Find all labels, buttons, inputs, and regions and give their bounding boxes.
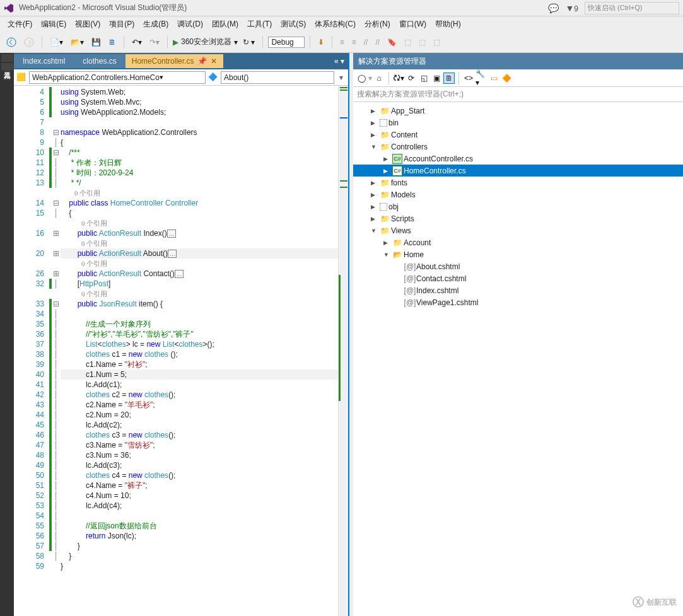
toolbox-tab[interactable]: 工具箱 (1, 63, 13, 71)
tree-item[interactable]: [@]Contact.cshtml (353, 272, 683, 284)
tree-item[interactable]: [@]ViewPage1.cshtml (353, 296, 683, 308)
close-tab-icon[interactable]: ✕ (211, 57, 217, 66)
panel-title: 解决方案资源管理器 (353, 53, 683, 69)
menu-item[interactable]: 编辑(E) (37, 18, 70, 31)
member-dropdown[interactable]: About() (221, 71, 334, 84)
pin-icon[interactable]: 📌 (197, 57, 207, 66)
menu-item[interactable]: 测试(S) (277, 18, 310, 31)
left-tool-rail: 服务器资源管理器 工具箱 (0, 53, 14, 616)
menu-item[interactable]: 生成(B) (139, 18, 172, 31)
show-all-icon[interactable]: ▣ (431, 73, 442, 84)
tree-item[interactable]: ▶obj (353, 200, 683, 212)
tree-item[interactable]: ▶📁Scripts (353, 212, 683, 224)
solution-search-input[interactable]: 搜索解决方案资源管理器(Ctrl+;) (353, 87, 683, 102)
vs-logo-icon (4, 3, 14, 13)
redo-icon[interactable]: ↷▾ (147, 37, 162, 48)
watermark: Ⓧ 创新互联 (633, 595, 677, 610)
tree-item[interactable]: ▼📁Controllers (353, 141, 683, 153)
title-bar: WebApplication2 - Microsoft Visual Studi… (0, 0, 683, 16)
method-icon: 🔷 (208, 73, 218, 83)
tree-item[interactable]: ▶C#HomeController.cs (353, 165, 683, 177)
menu-item[interactable]: 项目(P) (105, 18, 138, 31)
code-nav-bar: 🟨 WebApplication2.Controllers.HomeCo ▾ 🔷… (14, 69, 348, 86)
tree-item[interactable]: ▶📁Models (353, 189, 683, 200)
menu-item[interactable]: 视图(V) (71, 18, 104, 31)
tool-icon[interactable]: ⬚ (416, 37, 428, 48)
menu-item[interactable]: 调试(D) (173, 18, 207, 31)
class-view-icon[interactable]: 🔶 (501, 73, 512, 84)
preview-icon[interactable]: ▭ (488, 73, 499, 84)
sync-icon[interactable]: 🗘▾ (393, 73, 404, 84)
overview-scrollbar[interactable] (338, 86, 348, 616)
tab-overflow-icon[interactable]: « ▾ (330, 54, 348, 68)
editor-pane: Index.cshtml clothes.cs HomeController.c… (14, 53, 349, 616)
refresh-icon[interactable]: ⟳ (406, 73, 417, 84)
undo-icon[interactable]: ↶▾ (129, 37, 144, 48)
tab-label: HomeController.cs (132, 57, 194, 66)
scope-dropdown[interactable]: WebApplication2.Controllers.HomeCo ▾ (29, 71, 206, 84)
uncomment-icon[interactable]: // (373, 37, 382, 48)
menu-item[interactable]: 文件(F) (4, 18, 36, 31)
nav-back-icon[interactable] (4, 36, 19, 49)
tree-item[interactable]: ▼📂Home (353, 248, 683, 260)
menu-item[interactable]: 体系结构(C) (311, 18, 359, 31)
chat-icon[interactable]: 💬 (548, 3, 559, 13)
bookmark-icon[interactable]: 🔖 (385, 37, 399, 48)
nav-forward-icon[interactable] (21, 36, 37, 49)
solution-explorer-panel: 解决方案资源管理器 ◯ ▾ ⌂ 🗘▾ ⟳ ◱ ▣ 🗎 <> 🔧▾ ▭ 🔶 搜索解… (353, 53, 683, 616)
server-explorer-tab[interactable]: 服务器资源管理器 (1, 54, 13, 62)
document-tabstrip: Index.cshtml clothes.cs HomeController.c… (14, 53, 348, 69)
tree-item[interactable]: ▶bin (353, 117, 683, 129)
open-file-icon[interactable]: 📂▾ (68, 37, 86, 48)
menu-item[interactable]: 分析(N) (361, 18, 394, 31)
quick-launch-input[interactable]: 快速启动 (Ctrl+Q) (585, 2, 679, 15)
tab-index-cshtml[interactable]: Index.cshtml (14, 54, 74, 68)
menu-item[interactable]: 团队(M) (208, 18, 242, 31)
tree-item[interactable]: ▶📁Account (353, 236, 683, 248)
menu-bar: 文件(F)编辑(E)视图(V)项目(P)生成(B)调试(D)团队(M)工具(T)… (0, 16, 683, 32)
menu-item[interactable]: 工具(T) (243, 18, 276, 31)
solution-toolbar: ◯ ▾ ⌂ 🗘▾ ⟳ ◱ ▣ 🗎 <> 🔧▾ ▭ 🔶 (353, 69, 683, 87)
svg-point-1 (7, 38, 16, 47)
tree-item[interactable]: ▶C#AccountController.cs (353, 153, 683, 165)
save-all-icon[interactable]: 🗎 (106, 37, 119, 48)
class-icon: 🟨 (16, 73, 26, 83)
back-icon[interactable]: ◯ (356, 73, 367, 84)
menu-item[interactable]: 窗口(W) (395, 18, 430, 31)
window-title: WebApplication2 - Microsoft Visual Studi… (19, 3, 187, 13)
notifications-flag-icon[interactable]: ▼9 (565, 3, 578, 13)
svg-point-2 (25, 38, 33, 47)
properties-icon[interactable]: 🔧▾ (476, 73, 487, 84)
tab-clothes-cs[interactable]: clothes.cs (74, 54, 125, 68)
outdent-icon[interactable]: ≡ (349, 37, 359, 48)
split-icon[interactable]: ▾ (337, 73, 346, 82)
main-toolbar: 📄▾ 📂▾ 💾 🗎 ↶▾ ↷▾ ▶360安全浏览器 ▾ ↻ ▾ Debug ⬇ … (0, 32, 683, 53)
comment-icon[interactable]: // (361, 37, 371, 48)
save-icon[interactable]: 💾 (89, 37, 103, 48)
menu-item[interactable]: 帮助(H) (431, 18, 465, 31)
home-icon[interactable]: ⌂ (373, 73, 385, 84)
tool2-icon[interactable]: ⬚ (431, 37, 443, 48)
code-editor[interactable]: 4567891011121314151620263233343536373839… (14, 86, 348, 616)
tree-item[interactable]: [@]Index.cshtml (353, 284, 683, 296)
format-icon[interactable]: ⬚ (402, 37, 414, 48)
solution-tree[interactable]: ▶📁App_Start▶bin▶📁Content▼📁Controllers▶C#… (353, 102, 683, 616)
tree-item[interactable]: ▶📁Content (353, 129, 683, 141)
start-debug-button[interactable]: ▶360安全浏览器 ▾ (173, 37, 238, 47)
new-project-icon[interactable]: 📄▾ (47, 37, 66, 48)
tree-item[interactable]: ▼📁Views (353, 224, 683, 236)
tree-item[interactable]: ▶📁fonts (353, 177, 683, 189)
code-view-icon[interactable]: <> (463, 73, 474, 84)
browser-refresh-icon[interactable]: ↻ ▾ (240, 37, 257, 48)
tree-item[interactable]: [@]About.cshtml (353, 260, 683, 272)
tab-homecontroller-cs[interactable]: HomeController.cs 📌 ✕ (126, 54, 224, 68)
svg-marker-0 (4, 4, 13, 13)
config-dropdown[interactable]: Debug (268, 37, 304, 48)
step-icon[interactable]: ⬇ (315, 37, 327, 48)
show-files-icon[interactable]: 🗎 (443, 73, 455, 84)
collapse-icon[interactable]: ◱ (418, 73, 429, 84)
indent-icon[interactable]: ≡ (337, 37, 347, 48)
tree-item[interactable]: ▶📁App_Start (353, 105, 683, 117)
